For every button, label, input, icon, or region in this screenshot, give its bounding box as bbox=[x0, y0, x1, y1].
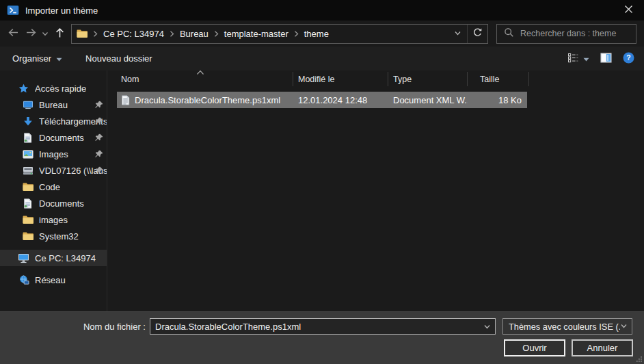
document-icon bbox=[22, 198, 33, 209]
sidebar-item-images[interactable]: Images bbox=[0, 146, 107, 162]
chevron-down-icon bbox=[620, 322, 628, 332]
folder-icon bbox=[77, 29, 88, 38]
button-row: Ouvrir Annuler bbox=[0, 339, 633, 356]
sidebar-item-bureau[interactable]: Bureau bbox=[0, 96, 107, 113]
preview-pane-button[interactable] bbox=[600, 53, 612, 65]
pin-icon[interactable] bbox=[95, 101, 103, 109]
sidebar-item-code[interactable]: Code bbox=[0, 179, 107, 195]
document-icon bbox=[22, 133, 33, 143]
close-icon bbox=[624, 5, 633, 16]
computer-icon bbox=[18, 253, 29, 263]
file-dialog-window: Importer un thème Ce PC: L34974Bureautem… bbox=[0, 0, 644, 364]
cancel-button-label: Annuler bbox=[587, 343, 618, 353]
network-icon bbox=[18, 275, 29, 285]
file-modified: 12.01.2024 12:48 bbox=[293, 95, 388, 105]
sidebar-item-acc-s-rapide[interactable]: Accès rapide bbox=[0, 80, 107, 96]
sidebar-item-label: images bbox=[39, 215, 68, 225]
sidebar-item-ce-pc-l34974[interactable]: Ce PC: L34974 bbox=[0, 250, 107, 266]
organize-button[interactable]: Organiser bbox=[12, 53, 62, 64]
folder-icon bbox=[22, 182, 33, 192]
main-area: Accès rapideBureauTéléchargementsDocumen… bbox=[0, 70, 644, 311]
filename-dropdown-button[interactable] bbox=[483, 322, 491, 333]
breadcrumb-segment-template-master[interactable]: template-master bbox=[223, 29, 290, 39]
organize-button-label: Organiser bbox=[12, 53, 51, 64]
breadcrumb-segment-bureau[interactable]: Bureau bbox=[178, 29, 210, 39]
pin-icon[interactable] bbox=[95, 117, 103, 125]
open-button-label: Ouvrir bbox=[522, 343, 546, 353]
sidebar-item-t-l-chargements[interactable]: Téléchargements bbox=[0, 113, 107, 129]
folder-icon bbox=[22, 231, 33, 241]
pin-icon[interactable] bbox=[95, 133, 103, 142]
sidebar-item-images[interactable]: images bbox=[0, 211, 107, 228]
chevron-down-icon bbox=[454, 29, 461, 39]
file-row-dracula-storablecolortheme-ps1xml[interactable]: Dracula.StorableColorTheme.ps1xml12.01.2… bbox=[117, 92, 527, 108]
sidebar-item-system32[interactable]: System32 bbox=[0, 228, 107, 244]
file-list-pane: NomModifié leTypeTaille Dracula.Storable… bbox=[107, 70, 644, 311]
preview-pane-icon bbox=[600, 53, 612, 65]
column-headers: NomModifié leTypeTaille bbox=[107, 70, 644, 88]
file-name: Dracula.StorableColorTheme.ps1xml bbox=[135, 95, 280, 105]
sidebar-item-label: Accès rapide bbox=[35, 83, 86, 94]
titlebar: Importer un thème bbox=[0, 0, 644, 21]
back-button[interactable] bbox=[4, 24, 22, 43]
breadcrumb-segment-theme[interactable]: theme bbox=[303, 29, 330, 39]
sidebar-item-r-seau[interactable]: Réseau bbox=[0, 272, 107, 288]
chevron-down-icon bbox=[483, 322, 491, 333]
sidebar-item-documents[interactable]: Documents bbox=[0, 129, 107, 146]
powershell-icon bbox=[7, 5, 19, 16]
file-name-cell: Dracula.StorableColorTheme.ps1xml bbox=[117, 95, 293, 105]
breadcrumb-segment-ce-pc-l34974[interactable]: Ce PC: L34974 bbox=[102, 29, 165, 39]
navigation-bar: Ce PC: L34974Bureautemplate-mastertheme bbox=[0, 21, 644, 47]
filename-row: Nom du fichier : Thèmes avec couleurs IS… bbox=[83, 318, 644, 335]
column-header-type[interactable]: Type bbox=[388, 72, 468, 86]
star-icon bbox=[18, 83, 29, 94]
network-drive-icon bbox=[22, 166, 33, 175]
search-box bbox=[496, 24, 636, 44]
help-button[interactable]: ? bbox=[623, 52, 634, 66]
svg-text:?: ? bbox=[626, 53, 630, 62]
filename-combo bbox=[150, 318, 496, 335]
sidebar-item-vdl07126-laus[interactable]: VDL07126 (\\laus bbox=[0, 162, 107, 179]
help-icon: ? bbox=[623, 52, 634, 66]
search-icon bbox=[504, 27, 514, 40]
pin-icon[interactable] bbox=[95, 166, 103, 174]
sidebar-item-label: Documents bbox=[39, 133, 84, 143]
address-bar[interactable]: Ce PC: L34974Bureautemplate-mastertheme bbox=[71, 24, 488, 44]
close-button[interactable] bbox=[613, 0, 644, 21]
desktop-icon bbox=[22, 100, 33, 109]
filetype-select[interactable]: Thèmes avec couleurs ISE (.Stor bbox=[502, 318, 632, 335]
picture-icon bbox=[22, 150, 33, 159]
address-dropdown-button[interactable] bbox=[448, 25, 467, 43]
resize-grip[interactable] bbox=[636, 356, 643, 363]
refresh-icon bbox=[472, 27, 483, 40]
sidebar-item-documents[interactable]: Documents bbox=[0, 195, 107, 211]
change-view-button[interactable] bbox=[567, 53, 589, 65]
cancel-button[interactable]: Annuler bbox=[572, 339, 633, 356]
sidebar-item-label: Ce PC: L34974 bbox=[35, 253, 96, 263]
recent-locations-button[interactable] bbox=[40, 24, 51, 43]
chevron-down-icon bbox=[56, 53, 62, 64]
folder-icon bbox=[22, 215, 33, 224]
chevron-right-icon[interactable] bbox=[210, 30, 223, 38]
refresh-button[interactable] bbox=[467, 25, 487, 43]
filename-input[interactable] bbox=[150, 318, 496, 335]
up-arrow-icon bbox=[55, 27, 65, 40]
column-header-taille[interactable]: Taille bbox=[468, 72, 529, 86]
chevron-right-icon[interactable] bbox=[290, 30, 303, 38]
sidebar-item-label: Bureau bbox=[39, 100, 68, 110]
new-folder-button-label: Nouveau dossier bbox=[85, 53, 152, 64]
up-button[interactable] bbox=[51, 24, 68, 43]
forward-button[interactable] bbox=[22, 24, 40, 43]
chevron-right-icon[interactable] bbox=[89, 30, 102, 38]
open-button[interactable]: Ouvrir bbox=[504, 339, 565, 356]
toolbar-right-group: ? bbox=[567, 52, 634, 66]
pin-icon[interactable] bbox=[95, 150, 103, 158]
chevron-right-icon[interactable] bbox=[165, 30, 178, 38]
search-input[interactable] bbox=[520, 29, 630, 38]
file-size: 18 Ko bbox=[468, 95, 527, 105]
filetype-value: Thèmes avec couleurs ISE (.Stor bbox=[509, 322, 620, 332]
column-header-modifi-le[interactable]: Modifié le bbox=[293, 72, 388, 86]
breadcrumb: Ce PC: L34974Bureautemplate-mastertheme bbox=[89, 29, 330, 39]
sidebar-item-label: Images bbox=[39, 149, 68, 159]
new-folder-button[interactable]: Nouveau dossier bbox=[85, 53, 152, 64]
